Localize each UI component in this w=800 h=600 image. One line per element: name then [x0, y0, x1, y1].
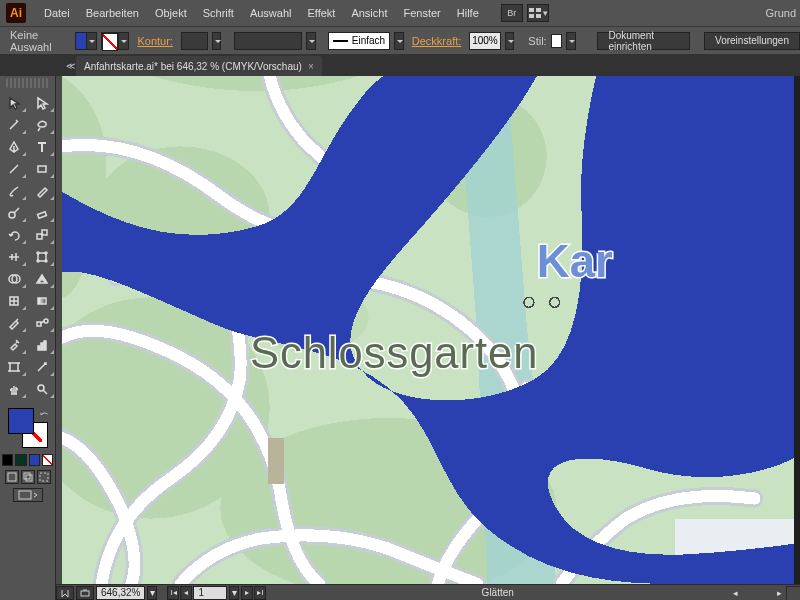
swatch-blue[interactable] [29, 454, 40, 466]
swap-fill-stroke-icon[interactable]: ⤺ [40, 408, 48, 419]
menu-edit[interactable]: Bearbeiten [78, 7, 147, 19]
svg-rect-4 [38, 166, 46, 172]
eyedropper-tool[interactable] [0, 312, 28, 334]
mesh-tool[interactable] [0, 290, 28, 312]
stroke-swatch[interactable] [101, 32, 129, 50]
gradient-tool[interactable] [28, 290, 56, 312]
shape-builder-tool[interactable] [0, 268, 28, 290]
selection-status-icon[interactable] [56, 586, 74, 600]
profile-field[interactable] [234, 32, 302, 50]
artboard-next[interactable]: ▸ [241, 586, 253, 600]
type-tool[interactable] [28, 136, 56, 158]
opacity-drop[interactable] [505, 32, 515, 50]
direct-selection-tool[interactable] [28, 92, 56, 114]
svg-rect-26 [24, 473, 30, 479]
graphic-style-drop[interactable] [566, 32, 576, 50]
opacity-field[interactable]: 100% [469, 32, 500, 50]
rotate-tool[interactable] [0, 224, 28, 246]
width-tool[interactable] [0, 246, 28, 268]
artboard-tool[interactable] [0, 356, 28, 378]
magic-wand-tool[interactable] [0, 114, 28, 136]
slice-tool[interactable] [28, 356, 56, 378]
document-canvas[interactable]: Schlossgarten Kar [62, 76, 794, 584]
paintbrush-tool[interactable] [0, 180, 28, 202]
scale-tool[interactable] [28, 224, 56, 246]
blob-brush-tool[interactable] [0, 202, 28, 224]
scroll-right-icon[interactable]: ▸ [773, 586, 785, 600]
selection-tool[interactable] [0, 92, 28, 114]
close-tab-icon[interactable]: × [308, 61, 314, 72]
gpu-status-icon[interactable] [76, 586, 94, 600]
stroke-weight-drop[interactable] [212, 32, 222, 50]
svg-rect-37 [268, 438, 284, 484]
map-label-schlossgarten: Schlossgarten [250, 327, 539, 376]
lasso-tool[interactable] [28, 114, 56, 136]
document-tab[interactable]: Anfahrtskarte.ai* bei 646,32 % (CMYK/Vor… [76, 56, 322, 76]
bridge-button[interactable]: Br [501, 4, 523, 22]
brush-drop[interactable] [394, 32, 404, 50]
rectangle-tool[interactable] [28, 158, 56, 180]
artboard-drop[interactable]: ▾ [229, 586, 239, 600]
free-transform-tool[interactable] [28, 246, 56, 268]
svg-point-13 [45, 260, 47, 262]
svg-rect-27 [26, 475, 32, 481]
menu-file[interactable]: Datei [36, 7, 78, 19]
stroke-weight-field[interactable] [181, 32, 208, 50]
arrange-docs-button[interactable]: ▾ [527, 4, 549, 22]
grid-icon [528, 7, 541, 19]
control-bar: Keine Auswahl Kontur: Einfach Deckkraft:… [0, 26, 800, 54]
brush-field[interactable]: Einfach [328, 32, 390, 50]
menu-bar: Ai Datei Bearbeiten Objekt Schrift Auswa… [0, 0, 800, 26]
zoom-drop[interactable]: ▾ [147, 586, 157, 600]
swatch-darkgreen[interactable] [15, 454, 26, 466]
swatch-none[interactable] [42, 454, 53, 466]
draw-behind-icon[interactable] [21, 470, 35, 484]
tab-scroll-icon[interactable]: ≪ [64, 56, 76, 76]
vertical-ruler[interactable] [56, 76, 62, 584]
screen-mode-button[interactable] [0, 486, 55, 504]
workspace-label[interactable]: Grund [765, 7, 796, 19]
artboard-field[interactable]: 1 [193, 586, 227, 600]
resize-grip-icon[interactable] [786, 586, 800, 600]
scroll-left-icon[interactable]: ◂ [729, 586, 741, 600]
menu-type[interactable]: Schrift [195, 7, 242, 19]
pencil-tool[interactable] [28, 180, 56, 202]
blend-tool[interactable] [28, 312, 56, 334]
preferences-button[interactable]: Voreinstellungen [704, 32, 800, 50]
hand-tool[interactable] [0, 378, 28, 400]
draw-inside-icon[interactable] [37, 470, 51, 484]
swatch-black[interactable] [2, 454, 13, 466]
change-screen-mode-icon[interactable] [13, 488, 43, 502]
document-setup-button[interactable]: Dokument einrichten [597, 32, 689, 50]
menu-effect[interactable]: Effekt [299, 7, 343, 19]
graphic-style-swatch[interactable] [551, 34, 562, 48]
tools-grip[interactable] [6, 78, 49, 88]
zoom-tool[interactable] [28, 378, 56, 400]
line-tool[interactable] [0, 158, 28, 180]
profile-drop[interactable] [306, 32, 316, 50]
eraser-tool[interactable] [28, 202, 56, 224]
zoom-field[interactable]: 646,32% [96, 586, 145, 600]
fill-swatch[interactable] [75, 32, 97, 50]
document-tab-title: Anfahrtskarte.ai* bei 646,32 % (CMYK/Vor… [84, 61, 302, 72]
menu-object[interactable]: Objekt [147, 7, 195, 19]
opacity-link[interactable]: Deckkraft: [412, 35, 462, 47]
menu-window[interactable]: Fenster [395, 7, 448, 19]
artboard-last[interactable]: ▸I [254, 586, 266, 600]
symbol-sprayer-tool[interactable] [0, 334, 28, 356]
column-graph-tool[interactable] [28, 334, 56, 356]
menu-select[interactable]: Auswahl [242, 7, 300, 19]
svg-point-12 [37, 260, 39, 262]
fill-color-box[interactable] [8, 408, 34, 434]
menu-view[interactable]: Ansicht [343, 7, 395, 19]
draw-normal-icon[interactable] [5, 470, 19, 484]
svg-rect-20 [38, 346, 40, 350]
svg-rect-23 [10, 363, 18, 371]
stroke-link[interactable]: Kontur: [137, 35, 172, 47]
artboard-first[interactable]: I◂ [167, 586, 179, 600]
artboard-prev[interactable]: ◂ [180, 586, 192, 600]
pen-tool[interactable] [0, 136, 28, 158]
fill-stroke-control[interactable]: ⤺ [8, 408, 48, 448]
menu-help[interactable]: Hilfe [449, 7, 487, 19]
perspective-grid-tool[interactable] [28, 268, 56, 290]
